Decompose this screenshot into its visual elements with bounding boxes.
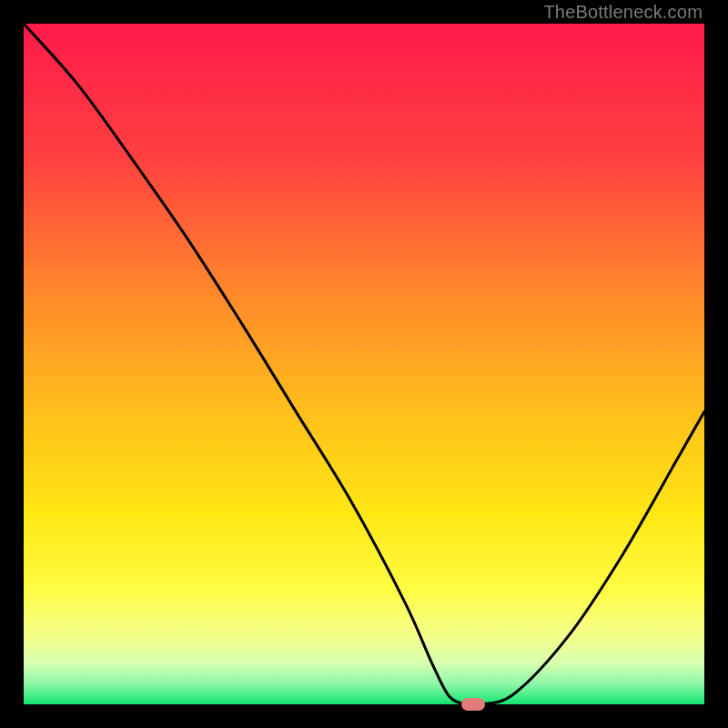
chart-frame: TheBottleneck.com bbox=[0, 0, 728, 728]
optimal-marker bbox=[461, 698, 485, 711]
gradient-canvas bbox=[24, 24, 704, 704]
svg-rect-0 bbox=[24, 24, 704, 704]
watermark-text: TheBottleneck.com bbox=[543, 2, 703, 23]
